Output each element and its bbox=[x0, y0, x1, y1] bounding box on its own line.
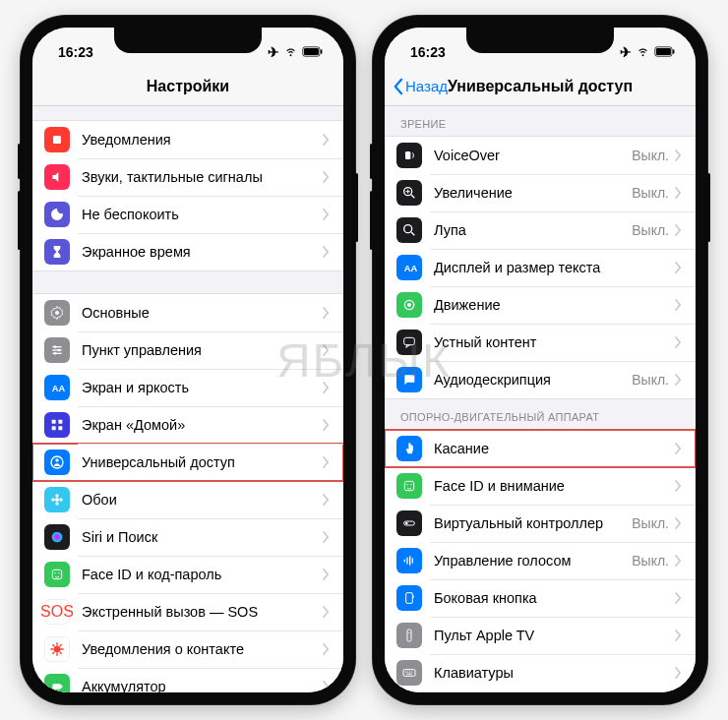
row-label: Движение bbox=[434, 297, 675, 313]
svg-point-16 bbox=[51, 456, 63, 468]
svg-rect-62 bbox=[412, 595, 413, 598]
row-label: Дисплей и размер текста bbox=[434, 260, 675, 275]
row-exposure[interactable]: Уведомления о контакте bbox=[32, 630, 343, 668]
chevron-right-icon bbox=[675, 517, 682, 529]
row-label: Звуки, тактильные сигналы bbox=[82, 169, 323, 185]
svg-line-33 bbox=[60, 652, 62, 654]
search-icon bbox=[396, 217, 422, 243]
chevron-right-icon bbox=[323, 606, 330, 618]
svg-point-22 bbox=[59, 498, 62, 501]
row-accessibility[interactable]: Универсальный доступ bbox=[32, 444, 343, 481]
row-switch-control[interactable]: Виртуальный контроллерВыкл. bbox=[385, 505, 696, 542]
svg-rect-68 bbox=[409, 672, 410, 673]
svg-point-10 bbox=[54, 352, 57, 355]
row-siri[interactable]: Siri и Поиск bbox=[32, 518, 343, 556]
chevron-right-icon bbox=[675, 555, 682, 567]
row-keyboards[interactable]: Клавиатуры bbox=[385, 654, 696, 691]
covid-icon bbox=[44, 636, 70, 662]
chevron-right-icon bbox=[675, 224, 682, 236]
svg-line-43 bbox=[411, 195, 414, 198]
settings-group-0: УведомленияЗвуки, тактильные сигналыНе б… bbox=[32, 120, 343, 271]
chevron-right-icon bbox=[675, 592, 682, 604]
row-label: Не беспокоить bbox=[82, 207, 323, 222]
phone-right: 16:23 ✈︎ Назад Универсальный доступ ЗРЕН… bbox=[373, 16, 707, 704]
row-motion[interactable]: Движение bbox=[385, 286, 696, 324]
chevron-right-icon bbox=[323, 209, 330, 220]
row-face-attention[interactable]: Face ID и внимание bbox=[385, 467, 696, 505]
airplane-icon: ✈︎ bbox=[268, 44, 279, 60]
row-spoken[interactable]: Устный контент bbox=[385, 324, 696, 361]
row-label: VoiceOver bbox=[434, 148, 632, 163]
svg-rect-1 bbox=[304, 48, 319, 55]
face-icon bbox=[396, 473, 422, 499]
nav-bar: Настройки bbox=[32, 67, 343, 106]
svg-line-34 bbox=[60, 644, 62, 646]
row-general[interactable]: Основные bbox=[32, 294, 343, 331]
row-label: Экранное время bbox=[82, 244, 323, 260]
chevron-right-icon bbox=[675, 187, 682, 199]
row-wallpaper[interactable]: Обои bbox=[32, 481, 343, 518]
row-battery[interactable]: Аккумулятор bbox=[32, 668, 343, 692]
row-voiceover[interactable]: VoiceOverВыкл. bbox=[385, 137, 696, 174]
row-display[interactable]: AAЭкран и яркость bbox=[32, 369, 343, 406]
chevron-right-icon bbox=[323, 246, 330, 258]
row-audiodesc[interactable]: АудиодескрипцияВыкл. bbox=[385, 361, 696, 398]
accessibility-list[interactable]: ЗРЕНИЕVoiceOverВыкл.УвеличениеВыкл.ЛупаВ… bbox=[385, 106, 696, 692]
row-appletv[interactable]: Пульт Apple TV bbox=[385, 617, 696, 654]
chevron-right-icon bbox=[323, 171, 330, 183]
svg-point-54 bbox=[410, 484, 411, 485]
row-zoom[interactable]: УвеличениеВыкл. bbox=[385, 174, 696, 211]
chevron-right-icon bbox=[323, 531, 330, 543]
svg-point-19 bbox=[55, 494, 58, 497]
row-home-screen[interactable]: Экран «Домой» bbox=[32, 406, 343, 444]
row-text-size[interactable]: AAДисплей и размер текста bbox=[385, 249, 696, 286]
chevron-right-icon bbox=[323, 569, 330, 580]
settings-list[interactable]: УведомленияЗвуки, тактильные сигналыНе б… bbox=[32, 106, 343, 692]
speaker-icon bbox=[44, 164, 70, 190]
chevron-right-icon bbox=[675, 262, 682, 273]
row-touch[interactable]: Касание bbox=[385, 430, 696, 467]
row-sos[interactable]: SOSЭкстренный вызов — SOS bbox=[32, 593, 343, 630]
svg-text:AA: AA bbox=[52, 384, 65, 393]
svg-point-17 bbox=[55, 458, 58, 461]
section-header: ЗРЕНИЕ bbox=[385, 106, 696, 136]
svg-point-20 bbox=[55, 502, 58, 505]
row-label: Универсальный доступ bbox=[82, 454, 323, 470]
row-notifications[interactable]: Уведомления bbox=[32, 121, 343, 158]
svg-rect-69 bbox=[411, 672, 412, 673]
chevron-right-icon bbox=[323, 344, 330, 356]
row-magnifier[interactable]: ЛупаВыкл. bbox=[385, 211, 696, 249]
chevron-left-icon bbox=[393, 78, 403, 95]
svg-rect-59 bbox=[409, 556, 410, 565]
chevron-right-icon bbox=[675, 299, 682, 311]
notch bbox=[114, 28, 262, 53]
chevron-right-icon bbox=[323, 456, 330, 468]
row-screentime[interactable]: Экранное время bbox=[32, 233, 343, 270]
chevron-right-icon bbox=[675, 443, 682, 454]
row-side-button[interactable]: Боковая кнопка bbox=[385, 579, 696, 617]
row-label: Face ID и внимание bbox=[434, 478, 675, 494]
row-voice-control[interactable]: Управление голосомВыкл. bbox=[385, 542, 696, 579]
page-title: Универсальный доступ bbox=[448, 78, 633, 95]
row-control-center[interactable]: Пункт управления bbox=[32, 331, 343, 369]
chevron-right-icon bbox=[323, 134, 330, 146]
chevron-right-icon bbox=[675, 374, 682, 386]
row-dnd[interactable]: Не беспокоить bbox=[32, 196, 343, 233]
row-label: Увеличение bbox=[434, 185, 632, 201]
text-icon: AA bbox=[44, 375, 70, 400]
row-faceid[interactable]: Face ID и код-пароль bbox=[32, 556, 343, 593]
row-label: Боковая кнопка bbox=[434, 590, 675, 606]
svg-point-26 bbox=[58, 572, 59, 573]
svg-rect-57 bbox=[404, 560, 405, 563]
row-sounds[interactable]: Звуки, тактильные сигналы bbox=[32, 158, 343, 196]
back-button[interactable]: Назад bbox=[393, 78, 448, 95]
section-group: КасаниеFace ID и вниманиеВиртуальный кон… bbox=[385, 429, 696, 692]
row-value: Выкл. bbox=[632, 185, 669, 201]
svg-rect-61 bbox=[406, 593, 413, 604]
bubble-fill-icon bbox=[396, 367, 422, 392]
row-label: Обои bbox=[82, 492, 323, 508]
row-label: Face ID и код-пароль bbox=[82, 567, 323, 582]
row-label: Управление голосом bbox=[434, 553, 632, 569]
voiceover-icon bbox=[396, 143, 422, 168]
svg-rect-51 bbox=[404, 337, 415, 344]
